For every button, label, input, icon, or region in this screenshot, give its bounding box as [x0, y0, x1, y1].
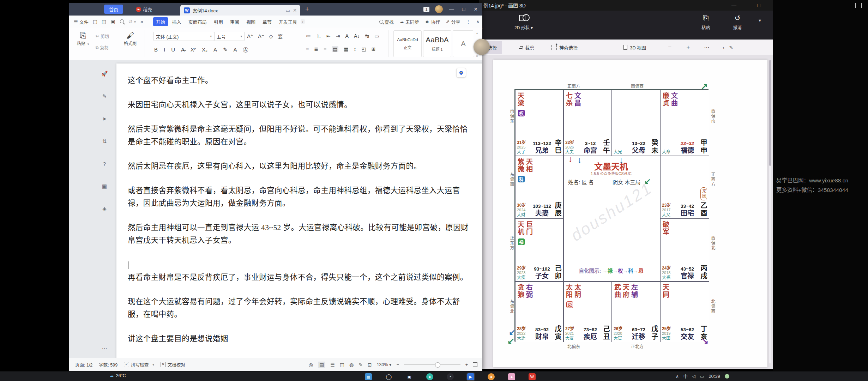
- movies-app-icon[interactable]: ▦: [364, 373, 373, 381]
- present-icon[interactable]: ▭: [286, 8, 290, 13]
- scroll-left-icon[interactable]: ‹: [723, 45, 724, 50]
- eye-protect-icon[interactable]: ◎: [309, 362, 313, 368]
- new-tab-button[interactable]: +: [305, 5, 309, 13]
- wps-icon[interactable]: W: [528, 373, 536, 381]
- line-spacing-icon[interactable]: ↕: [354, 46, 356, 52]
- paint3d-maximize-button[interactable]: □: [751, 0, 766, 11]
- wrap-icon[interactable]: ↹: [365, 33, 369, 39]
- share-button[interactable]: ⇗分享: [446, 18, 460, 25]
- ribbon-tab-审阅[interactable]: 审阅: [227, 17, 242, 26]
- wps-close-button[interactable]: ✕: [472, 6, 479, 12]
- tab-close-icon[interactable]: ✕: [293, 8, 297, 13]
- ribbon-tab-插入[interactable]: 插入: [169, 17, 184, 26]
- word-count[interactable]: 字数: 599: [99, 361, 117, 368]
- ribbon-overflow-button[interactable]: ›: [301, 19, 305, 24]
- char-border-icon[interactable]: Ⓐ: [243, 46, 248, 53]
- ribbon-tab-引用[interactable]: 引用: [211, 17, 226, 26]
- collapse-ribbon-icon[interactable]: ∧: [476, 19, 480, 24]
- distribute-icon[interactable]: ▦: [344, 46, 348, 52]
- quark-browser-icon[interactable]: ●: [426, 373, 434, 381]
- more-menu-icon[interactable]: ⋮: [466, 19, 470, 24]
- restore-window-icon[interactable]: [855, 3, 862, 8]
- ribbon-tab-章节[interactable]: 章节: [260, 17, 275, 26]
- notification-icon[interactable]: [725, 374, 729, 379]
- border-icon[interactable]: ⊞: [372, 46, 376, 52]
- tab-docer[interactable]: ❧ 稻壳: [132, 5, 156, 14]
- wps-maximize-button[interactable]: □: [460, 6, 467, 12]
- shrink-font-icon[interactable]: A⁻: [258, 33, 264, 40]
- save-icon[interactable]: ▢: [93, 19, 97, 24]
- page-view-icon[interactable]: ▤: [318, 362, 325, 368]
- window-count-badge[interactable]: 1: [423, 7, 429, 12]
- ribbon-tab-视图[interactable]: 视图: [243, 17, 258, 26]
- style-normal[interactable]: AaBbCcDd 正文: [393, 30, 422, 57]
- paste-button[interactable]: ⎘ 粘贴▾: [75, 31, 91, 46]
- justify-icon[interactable]: ▤: [332, 46, 338, 52]
- align-left-icon[interactable]: ≡: [306, 46, 309, 52]
- paint3d-minimize-button[interactable]: —: [726, 0, 742, 11]
- document-paragraph[interactable]: 然后夫妻宫紫微科是命主这毫无疑问，但阳用不好说。可不能逢科看权，你看到了天梁权，…: [128, 123, 472, 148]
- print-preview-icon[interactable]: [120, 19, 124, 24]
- help-icon[interactable]: ?: [103, 161, 106, 167]
- book-view-icon[interactable]: ◫: [340, 362, 344, 368]
- file-menu[interactable]: ☰ 文件: [74, 18, 89, 25]
- tune-icon[interactable]: ⇅: [102, 138, 107, 145]
- zoom-slider[interactable]: [404, 364, 460, 365]
- active-doc-app-icon[interactable]: ▶: [466, 373, 475, 381]
- style-partial[interactable]: A: [453, 30, 474, 57]
- ruler-icon[interactable]: ▭: [374, 33, 379, 39]
- pen-icon[interactable]: ✎: [102, 93, 107, 99]
- zoom-slider-knob[interactable]: [435, 362, 440, 368]
- web-view-icon[interactable]: ◍: [349, 362, 354, 368]
- subscript-icon[interactable]: X₂: [202, 47, 207, 53]
- canvas-vscrollbar[interactable]: [769, 60, 771, 363]
- game-icon[interactable]: ●: [487, 373, 495, 381]
- player-icon[interactable]: ◔: [446, 373, 454, 381]
- document-paragraph[interactable]: 现在这个大运就容易有问题，过了今年会好转，实际命主反馈说确实不顺，心理难受。身体…: [128, 295, 472, 321]
- numbered-list-icon[interactable]: ⒈: [316, 32, 321, 40]
- ribbon-tab-开始[interactable]: 开始: [153, 17, 168, 26]
- copy-button[interactable]: ⧉复制: [96, 44, 109, 50]
- crop-tool[interactable]: 裁剪: [518, 44, 534, 51]
- styles-more-icon[interactable]: ≡: [476, 55, 478, 58]
- font-size-select[interactable]: 五号▾: [214, 32, 245, 41]
- explorer-icon[interactable]: ▣: [405, 373, 414, 381]
- print-icon[interactable]: ▣: [110, 19, 115, 24]
- document-page[interactable]: 这个盘不好看命主工作。来因田宅向心天机禄入子女宫，这里可以说子女，也可以说感情。…: [116, 64, 482, 358]
- align-right-icon[interactable]: ≡: [324, 46, 326, 52]
- magic-select-tool[interactable]: 神奇选择: [551, 44, 578, 51]
- strike-icon[interactable]: A̶: [181, 47, 185, 53]
- clear-format-icon[interactable]: ◇: [269, 33, 273, 40]
- tab-document[interactable]: W 案例14.docx ▭ ✕: [180, 5, 300, 16]
- sync-status[interactable]: ☁未同步: [399, 18, 419, 25]
- format-painter-button[interactable]: 🖌 格式刷: [121, 31, 139, 46]
- zoom-in-icon[interactable]: +: [686, 44, 690, 51]
- weather-widget[interactable]: ☁ 26°C: [109, 373, 126, 378]
- bullet-list-icon[interactable]: ≔: [306, 33, 311, 39]
- document-paragraph[interactable]: 然后命主用神组可以一直走到官禄大运 43~52 岁。大运官禄离心科破。比较有可能…: [128, 221, 472, 247]
- proofing-toggle[interactable]: ✕ 文档校对: [161, 361, 185, 368]
- zoom-level[interactable]: 130% ▾: [377, 362, 392, 367]
- more-quick-icon[interactable]: »: [140, 19, 143, 24]
- sort-icon[interactable]: A↓: [354, 33, 360, 39]
- ime-indicator[interactable]: 中: [683, 373, 688, 379]
- document-paragraph[interactable]: 然后太阴忌在疾厄，这里有向心科入，以这里为阳用比较好，命主是金融财务方面的。: [128, 160, 472, 173]
- document-paragraph[interactable]: 或者直接舍弃紫微科不看，看太阴忌，命宫向心科忌，命主用神科忌组，福德大运科忌坐入…: [128, 184, 472, 210]
- fullscreen-icon[interactable]: [473, 362, 477, 367]
- document-paragraph[interactable]: 再看命主财帛是不是反背疾厄了，事业财运与身体不合，得失只能一个，这个之前说过类似…: [128, 271, 472, 284]
- zoom-out-button[interactable]: −: [396, 362, 399, 367]
- tray-expand-icon[interactable]: ∧: [676, 374, 679, 379]
- cursor-icon[interactable]: ➤: [102, 116, 107, 122]
- sidebar-more-icon[interactable]: ⋯: [100, 345, 109, 352]
- network-icon[interactable]: ▭: [700, 374, 704, 379]
- font-color-icon[interactable]: A: [233, 47, 237, 53]
- undo-icon[interactable]: ↺ ▾: [128, 19, 136, 24]
- bold-icon[interactable]: B: [154, 47, 158, 53]
- edit-mode-icon[interactable]: ✎: [358, 362, 363, 368]
- ribbon-tab-开发工具[interactable]: 开发工具: [276, 17, 300, 26]
- align-center-icon[interactable]: ≣: [314, 46, 318, 52]
- cut-button[interactable]: ✂剪切: [96, 33, 109, 39]
- view-3d-button[interactable]: 3D 视图: [623, 44, 646, 51]
- pinyin-icon[interactable]: 变: [277, 32, 283, 40]
- shading-icon[interactable]: ◰: [362, 46, 366, 52]
